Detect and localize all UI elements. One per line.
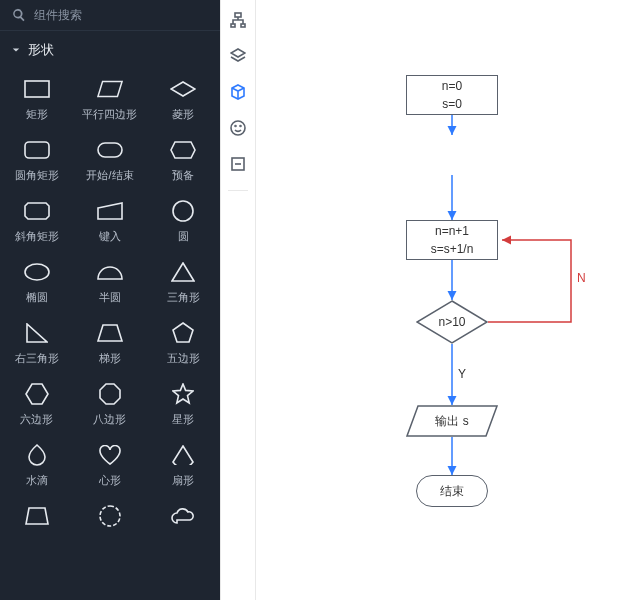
sidebar: 形状 矩形 平行四边形 菱形 圆角矩形 开始/结束 预备 斜角矩形 键入 圆 椭… <box>0 0 220 600</box>
terminator-icon <box>97 140 123 160</box>
ellipse-icon <box>24 262 50 282</box>
heart-icon <box>97 445 123 465</box>
tool-3d[interactable] <box>228 82 248 102</box>
bevel-rect-icon <box>24 201 50 221</box>
svg-rect-5 <box>235 13 241 17</box>
rectangle-icon <box>24 79 50 99</box>
extra-1-icon <box>24 506 50 526</box>
vertical-toolbar <box>220 0 256 600</box>
shape-triangle[interactable]: 三角形 <box>147 252 220 313</box>
shape-extra-1[interactable] <box>0 496 73 542</box>
toolbar-separator <box>228 190 248 191</box>
fan-icon <box>170 445 196 465</box>
shape-parallelogram[interactable]: 平行四边形 <box>73 69 146 130</box>
shape-extra-3[interactable] <box>147 496 220 542</box>
svg-point-9 <box>235 126 236 127</box>
semicircle-icon <box>97 262 123 282</box>
svg-point-10 <box>240 126 241 127</box>
tool-hierarchy[interactable] <box>228 10 248 30</box>
pentagon-icon <box>170 323 196 343</box>
preparation-icon <box>170 140 196 160</box>
shape-hexagon[interactable]: 六边形 <box>0 374 73 435</box>
shape-ellipse[interactable]: 椭圆 <box>0 252 73 313</box>
tool-layers[interactable] <box>228 46 248 66</box>
svg-rect-0 <box>25 81 49 97</box>
diamond-icon <box>170 79 196 99</box>
drop-icon <box>24 445 50 465</box>
svg-rect-6 <box>231 24 235 27</box>
tool-emoji[interactable] <box>228 118 248 138</box>
octagon-icon <box>97 384 123 404</box>
section-header-shapes[interactable]: 形状 <box>0 31 220 69</box>
shape-circle[interactable]: 圆 <box>147 191 220 252</box>
node-init[interactable]: n=0 s=0 <box>406 75 498 115</box>
shape-bevel-rect[interactable]: 斜角矩形 <box>0 191 73 252</box>
hexagon-icon <box>24 384 50 404</box>
shape-fan[interactable]: 扇形 <box>147 435 220 496</box>
parallelogram-icon <box>97 79 123 99</box>
trapezoid-icon <box>97 323 123 343</box>
shape-manual-input[interactable]: 键入 <box>73 191 146 252</box>
canvas[interactable]: 开始 n=0 s=0 n=n+1 s=s+1/n n>10 输出 s 结束 Y … <box>256 0 623 600</box>
label-no: N <box>577 271 586 285</box>
shape-preparation[interactable]: 预备 <box>147 130 220 191</box>
rounded-rect-icon <box>24 140 50 160</box>
section-title: 形状 <box>28 41 54 59</box>
manual-input-icon <box>97 201 123 221</box>
svg-rect-7 <box>241 24 245 27</box>
node-end[interactable]: 结束 <box>416 475 488 507</box>
star-icon <box>170 384 196 404</box>
shape-pentagon[interactable]: 五边形 <box>147 313 220 374</box>
chevron-down-icon <box>12 46 20 54</box>
extra-2-icon <box>97 506 123 526</box>
shape-semicircle[interactable]: 半圆 <box>73 252 146 313</box>
svg-rect-1 <box>25 142 49 158</box>
circle-icon <box>170 201 196 221</box>
shape-right-triangle[interactable]: 右三角形 <box>0 313 73 374</box>
search-icon <box>12 8 26 22</box>
tool-frame[interactable] <box>228 154 248 174</box>
shape-star[interactable]: 星形 <box>147 374 220 435</box>
node-output[interactable]: 输出 s <box>406 405 498 437</box>
cloud-icon <box>170 506 196 526</box>
svg-point-3 <box>173 201 193 221</box>
search-input[interactable] <box>34 8 208 22</box>
label-yes: Y <box>458 367 466 381</box>
shape-heart[interactable]: 心形 <box>73 435 146 496</box>
shape-drop[interactable]: 水滴 <box>0 435 73 496</box>
shape-trapezoid[interactable]: 梯形 <box>73 313 146 374</box>
shape-diamond[interactable]: 菱形 <box>147 69 220 130</box>
shape-extra-2[interactable] <box>73 496 146 542</box>
shape-octagon[interactable]: 八边形 <box>73 374 146 435</box>
right-triangle-icon <box>24 323 50 343</box>
svg-rect-2 <box>98 143 122 157</box>
shape-rectangle[interactable]: 矩形 <box>0 69 73 130</box>
shape-rounded-rect[interactable]: 圆角矩形 <box>0 130 73 191</box>
svg-point-4 <box>25 264 49 280</box>
shape-grid: 矩形 平行四边形 菱形 圆角矩形 开始/结束 预备 斜角矩形 键入 圆 椭圆 半… <box>0 69 220 542</box>
triangle-icon <box>170 262 196 282</box>
node-decision[interactable]: n>10 <box>416 300 488 344</box>
shape-terminator[interactable]: 开始/结束 <box>73 130 146 191</box>
svg-point-8 <box>231 121 245 135</box>
node-step[interactable]: n=n+1 s=s+1/n <box>406 220 498 260</box>
search-bar[interactable] <box>0 0 220 31</box>
